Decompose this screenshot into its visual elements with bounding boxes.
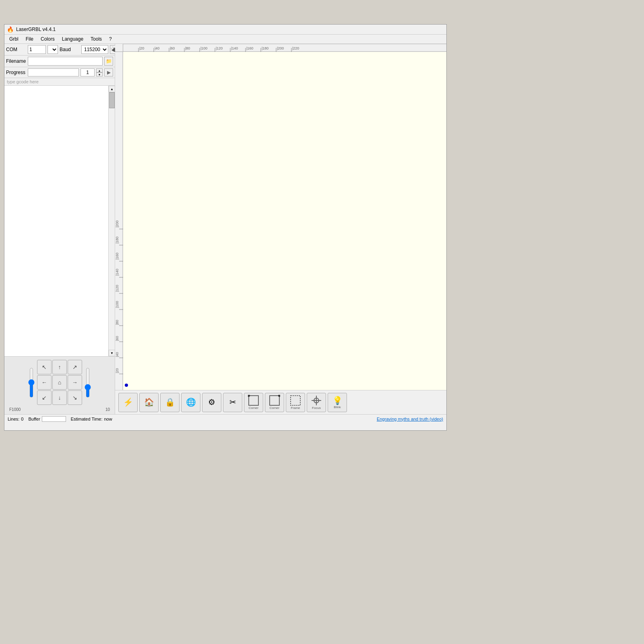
globe-icon: 🌐 <box>186 397 196 407</box>
spinner-down[interactable]: ▼ <box>96 72 103 76</box>
frame-label: Frame <box>291 407 300 410</box>
scrollbar-thumb[interactable] <box>109 92 115 108</box>
left-slider-container <box>28 367 35 398</box>
com-label: COM <box>6 47 26 52</box>
jog-panel: ↖ ↑ ↗ ← ⌂ → ↙ ↓ ↘ <box>4 356 115 414</box>
baud-select[interactable]: 115200 9600 19200 38400 57600 250000 <box>81 45 108 54</box>
gcode-textarea[interactable] <box>4 86 108 356</box>
menu-file[interactable]: File <box>23 35 37 43</box>
scroll-down-arrow[interactable]: ▼ <box>109 350 115 356</box>
jog-up-right[interactable]: ↗ <box>68 360 82 374</box>
app-window: 🔥 LaserGRBL v4.4.1 Grbl File Colors Lang… <box>4 24 447 431</box>
gcode-scroll-area: ▲ ▼ <box>4 86 115 356</box>
gear-icon: ⚙ <box>208 397 215 407</box>
focus-label: Focus <box>312 407 321 410</box>
menu-help[interactable]: ? <box>106 35 115 43</box>
menu-colors[interactable]: Colors <box>37 35 58 43</box>
blink-icon: 💡 <box>332 396 343 405</box>
progress-number: 1 <box>80 68 95 76</box>
filename-row: Filename 📁 <box>4 56 115 67</box>
tool-btn-corner1[interactable]: Corner <box>244 393 263 412</box>
svg-point-48 <box>248 395 250 397</box>
tool-btn-gear[interactable]: ⚙ <box>202 393 221 412</box>
filename-input[interactable] <box>28 57 103 66</box>
estimated-label: Estimated Time: <box>71 417 103 421</box>
gcode-scrollbar[interactable]: ▲ ▼ <box>108 86 115 356</box>
tool-btn-corner2[interactable]: Corner <box>265 393 284 412</box>
frame-icon <box>290 395 301 406</box>
svg-point-50 <box>278 395 280 397</box>
right-slider[interactable] <box>85 367 91 398</box>
tool-btn-lightning[interactable]: ⚡ <box>118 393 138 412</box>
jog-row-top: ↖ ↑ ↗ <box>37 360 82 374</box>
app-title: LaserGRBL v4.4.1 <box>16 27 56 32</box>
spinner-buttons: ▲ ▼ <box>96 68 103 76</box>
svg-rect-51 <box>291 396 300 405</box>
svg-rect-47 <box>249 396 258 405</box>
tool-btn-blink[interactable]: 💡 Blink <box>328 393 347 412</box>
h-ruler <box>123 44 446 52</box>
com-port-select[interactable] <box>47 45 58 54</box>
scroll-up-arrow[interactable]: ▲ <box>109 86 115 92</box>
tool-btn-home[interactable]: 🏠 <box>139 393 159 412</box>
buffer-label: Buffer <box>28 417 40 421</box>
focus-icon <box>311 395 322 406</box>
jog-left[interactable]: ← <box>37 375 52 390</box>
menu-tools[interactable]: Tools <box>87 35 105 43</box>
buffer-bar <box>42 416 66 422</box>
progress-label: Progress <box>6 70 26 75</box>
app-icon: 🔥 <box>7 26 14 33</box>
blink-label: Blink <box>334 406 341 409</box>
menu-bar: Grbl File Colors Language Tools ? <box>4 35 446 44</box>
com-input[interactable] <box>28 45 46 54</box>
jog-down-right[interactable]: ↘ <box>68 390 82 405</box>
status-bar: Lines: 0 Buffer Estimated Time: now Engr… <box>4 414 446 423</box>
feed-step-row: F1000 10 <box>6 407 113 413</box>
lock-icon: 🔒 <box>165 397 175 407</box>
open-file-button[interactable]: 📁 <box>104 57 113 66</box>
tool-btn-globe[interactable]: 🌐 <box>181 393 200 412</box>
corner1-icon <box>248 395 259 406</box>
jog-grid: ↖ ↑ ↗ ← ⌂ → ↙ ↓ ↘ <box>37 360 82 405</box>
menu-language[interactable]: Language <box>59 35 87 43</box>
lightning-icon: ⚡ <box>123 397 133 407</box>
baud-label: Baud <box>60 47 80 52</box>
right-slider-container <box>85 367 91 398</box>
jog-up[interactable]: ↑ <box>52 360 67 374</box>
engraving-link[interactable]: Engraving myths and truth (video) <box>377 417 443 421</box>
jog-controls: ↖ ↑ ↗ ← ⌂ → ↙ ↓ ↘ <box>6 358 113 407</box>
left-slider[interactable] <box>28 367 35 398</box>
connection-row: COM Baud 115200 9600 19200 38400 57600 2… <box>4 44 115 56</box>
estimated-value: now <box>104 417 112 421</box>
svg-rect-49 <box>270 396 279 405</box>
tool-btn-frame[interactable]: Frame <box>286 393 305 412</box>
jog-up-left[interactable]: ↖ <box>37 360 52 374</box>
estimated-status: Estimated Time: now <box>71 417 112 421</box>
filename-label: Filename <box>6 58 26 64</box>
lines-status: Lines: 0 <box>8 417 23 421</box>
play-button[interactable]: ▶ <box>104 68 113 76</box>
tool-btn-focus[interactable]: Focus <box>307 393 326 412</box>
step-label: 10 <box>105 407 110 412</box>
tool-btn-lock[interactable]: 🔒 <box>160 393 180 412</box>
canvas-wrapper: |20 |40 |60 |80 |100 |120 |140 |160 <box>115 44 446 390</box>
buffer-status: Buffer <box>28 416 66 422</box>
jog-down-left[interactable]: ↙ <box>37 390 52 405</box>
home-icon: 🏠 <box>144 397 154 407</box>
corner1-label: Corner <box>249 407 258 410</box>
grid-canvas[interactable] <box>123 52 446 390</box>
lines-label: Lines: <box>8 417 19 421</box>
jog-down[interactable]: ↓ <box>52 390 67 405</box>
tool-btn-cut[interactable]: ✂ <box>223 393 242 412</box>
corner2-label: Corner <box>270 407 279 410</box>
jog-home[interactable]: ⌂ <box>52 375 67 390</box>
menu-grbl[interactable]: Grbl <box>6 35 22 43</box>
h-ruler-ticks <box>123 44 446 52</box>
main-content: COM Baud 115200 9600 19200 38400 57600 2… <box>4 44 446 414</box>
spinner-up[interactable]: ▲ <box>96 68 103 72</box>
jog-row-bottom: ↙ ↓ ↘ <box>37 390 82 405</box>
left-panel: COM Baud 115200 9600 19200 38400 57600 2… <box>4 44 115 414</box>
origin-marker <box>125 384 128 387</box>
jog-right[interactable]: → <box>68 375 82 390</box>
lines-value: 0 <box>21 417 23 421</box>
